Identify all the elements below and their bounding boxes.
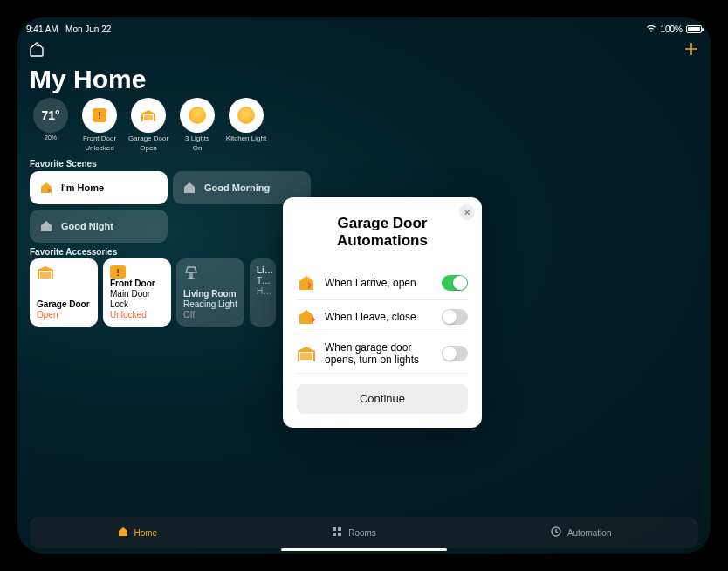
- chip-garage-sub: Open: [140, 144, 157, 152]
- bulb-icon: [189, 107, 206, 124]
- status-left: 9:41 AM Mon Jun 22: [26, 24, 111, 34]
- screen: 9:41 AM Mon Jun 22 100% My Home 71° 20% …: [17, 17, 711, 554]
- chip-garage-title: Garage Door: [128, 134, 168, 142]
- chip-front-door[interactable]: ! Front Door Unlocked: [79, 98, 120, 152]
- automation-arrive-label: When I arrive, open: [325, 277, 433, 289]
- garage-icon: [297, 344, 316, 363]
- section-scenes-label: Favorite Scenes: [30, 159, 97, 169]
- home-icon[interactable]: [28, 40, 45, 62]
- lamp-icon: [183, 265, 237, 285]
- scene-im-home[interactable]: I'm Home: [30, 171, 168, 204]
- card-therm-state: H…: [257, 286, 269, 296]
- home-tab-icon: [117, 526, 129, 540]
- accessories-row: Garage Door Open ! Front Door Main Door …: [30, 258, 276, 327]
- card-front-door[interactable]: ! Front Door Main Door Lock Unlocked: [103, 258, 171, 327]
- chip-front-sub: Unlocked: [85, 144, 113, 152]
- house-arrive-icon: [38, 180, 54, 196]
- tab-rooms[interactable]: Rooms: [331, 526, 376, 540]
- battery-icon: [686, 25, 702, 33]
- continue-button[interactable]: Continue: [297, 384, 468, 414]
- card-front-name: Front Door: [110, 279, 164, 289]
- card-garage-name: Garage Door: [37, 299, 91, 310]
- chip-kitchen[interactable]: Kitchen Light: [225, 98, 267, 152]
- home-indicator[interactable]: [281, 548, 447, 551]
- scenes-grid: I'm Home Good Morning Good Night: [30, 171, 311, 243]
- status-chips-row: 71° 20% ! Front Door Unlocked Garage Doo…: [30, 98, 267, 152]
- automation-arrive: When I arrive, open: [297, 266, 468, 300]
- tab-home-label: Home: [134, 528, 158, 538]
- tab-automation[interactable]: Automation: [550, 526, 612, 540]
- card-front-sub: Main Door Lock: [110, 289, 164, 310]
- automation-garage-lights: When garage door opens, turn on lights: [297, 334, 468, 374]
- chip-temp-value: 71°: [41, 108, 59, 122]
- section-accessories-label: Favorite Accessories: [30, 247, 117, 257]
- card-front-state: Unlocked: [110, 310, 164, 320]
- scene-night-label: Good Night: [61, 221, 113, 231]
- svg-rect-1: [338, 527, 341, 531]
- scene-good-night[interactable]: Good Night: [30, 210, 168, 243]
- scene-morning-label: Good Morning: [204, 182, 270, 193]
- wifi-icon: [646, 24, 656, 34]
- modal-title: Garage Door Automations: [297, 215, 468, 251]
- chip-front-title: Front Door: [83, 134, 116, 142]
- chip-lights-sub: On: [193, 144, 203, 152]
- card-therm-name: Li…: [257, 265, 269, 276]
- tab-home[interactable]: Home: [117, 526, 158, 540]
- house-night-icon: [38, 218, 54, 234]
- status-date: Mon Jun 22: [65, 24, 111, 34]
- automation-tab-icon: [550, 526, 562, 540]
- chip-lights[interactable]: 3 Lights On: [176, 98, 218, 152]
- toggle-arrive[interactable]: [442, 275, 468, 291]
- card-living-room[interactable]: Living Room Reading Light Off: [176, 258, 244, 327]
- chip-lights-title: 3 Lights: [185, 134, 209, 142]
- device-frame: 9:41 AM Mon Jun 22 100% My Home 71° 20% …: [0, 0, 728, 571]
- automations-modal: ✕ Garage Door Automations When I arrive,…: [283, 197, 482, 428]
- chip-kitchen-title: Kitchen Light: [226, 134, 266, 142]
- card-thermostat[interactable]: Li… T… H…: [250, 258, 276, 327]
- card-living-sub: Reading Light: [183, 299, 237, 310]
- tab-automation-label: Automation: [567, 528, 612, 538]
- house-morning-icon: [182, 180, 197, 196]
- page-title: My Home: [30, 65, 146, 94]
- tab-bar: Home Rooms Automation: [30, 517, 698, 548]
- alert-icon: !: [110, 265, 126, 279]
- battery-percent: 100%: [660, 24, 683, 34]
- continue-label: Continue: [360, 392, 405, 405]
- chip-temperature[interactable]: 71° 20%: [30, 98, 72, 152]
- toggle-leave[interactable]: [442, 309, 468, 325]
- automation-leave-label: When I leave, close: [325, 311, 433, 323]
- garage-icon: [37, 265, 91, 283]
- house-leave-icon: [297, 307, 316, 327]
- rooms-tab-icon: [331, 526, 343, 540]
- chip-garage[interactable]: Garage Door Open: [127, 98, 169, 152]
- card-living-name: Living Room: [183, 289, 237, 299]
- status-bar: 9:41 AM Mon Jun 22 100%: [26, 24, 702, 34]
- status-time: 9:41 AM: [26, 24, 58, 34]
- scene-home-label: I'm Home: [61, 182, 104, 193]
- svg-rect-2: [333, 533, 336, 536]
- alert-icon: !: [93, 108, 106, 122]
- bulb-icon: [237, 107, 255, 124]
- automation-leave: When I leave, close: [297, 300, 468, 334]
- top-bar: [28, 40, 700, 62]
- svg-rect-0: [333, 527, 336, 531]
- status-right: 100%: [646, 24, 702, 34]
- battery-fill: [688, 27, 700, 31]
- toggle-garage-lights[interactable]: [442, 346, 468, 361]
- add-button[interactable]: [683, 40, 700, 62]
- tab-rooms-label: Rooms: [348, 528, 376, 538]
- automation-garage-label: When garage door opens, turn on lights: [325, 341, 433, 366]
- toggle-knob: [443, 310, 457, 324]
- toggle-knob: [453, 276, 467, 290]
- card-living-state: Off: [183, 310, 237, 320]
- toggle-knob: [443, 347, 457, 361]
- card-therm-sub: T…: [257, 276, 269, 286]
- card-garage-state: Open: [37, 310, 91, 320]
- svg-rect-3: [338, 533, 341, 536]
- house-arrive-icon: [297, 273, 316, 292]
- card-garage-door[interactable]: Garage Door Open: [30, 258, 98, 327]
- chip-humidity: 20%: [45, 134, 57, 141]
- close-button[interactable]: ✕: [459, 204, 475, 220]
